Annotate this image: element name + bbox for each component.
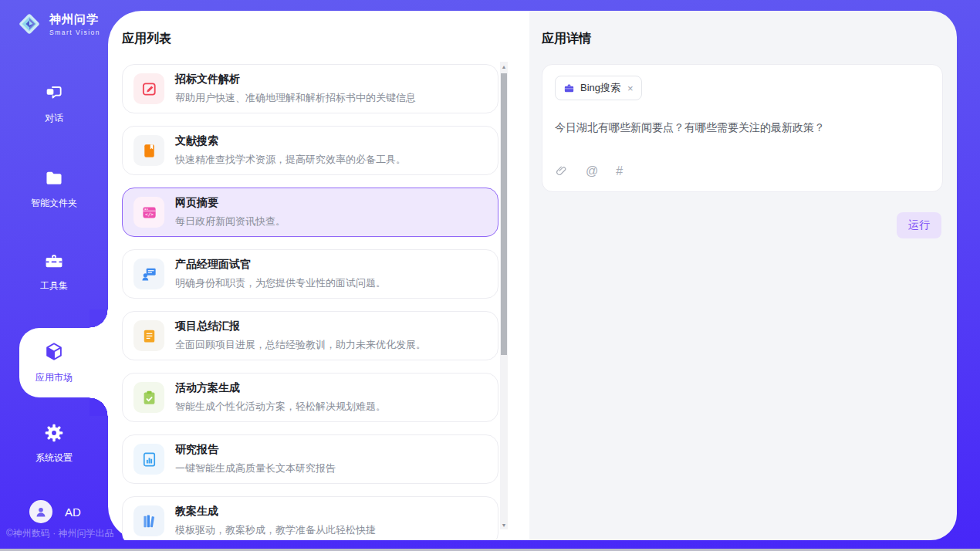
sidebar-item-toolset[interactable]: 工具集 xyxy=(0,241,108,303)
sidebar-item-smart-folders[interactable]: 智能文件夹 xyxy=(0,158,108,220)
memo-icon xyxy=(133,320,164,351)
copyright-text: ©神州数码 · 神州问学出品 xyxy=(6,527,114,540)
user-initials: AD xyxy=(65,505,81,519)
folder-icon xyxy=(44,168,64,191)
app-item-texts: 招标文件解析帮助用户快速、准确地理解和解析招标书中的关键信息 xyxy=(175,73,416,105)
sidebar-item-settings[interactable]: 系统设置 xyxy=(0,413,108,475)
app-item-description: 快速精准查找学术资源，提高研究效率的必备工具。 xyxy=(175,153,406,167)
tool-tag-label: Bing搜索 xyxy=(580,81,620,95)
app-item-title: 项目总结汇报 xyxy=(175,319,426,333)
app-item-description: 模板驱动，教案秒成，教学准备从此轻松快捷 xyxy=(175,523,376,537)
gem-logo-icon xyxy=(15,10,43,38)
app-item-texts: 文献搜索快速精准查找学术资源，提高研究效率的必备工具。 xyxy=(175,134,406,167)
chat-icon xyxy=(44,83,64,106)
at-icon[interactable]: @ xyxy=(586,165,598,177)
briefcase-icon xyxy=(563,83,575,94)
avatar xyxy=(29,500,52,523)
paperclip-icon[interactable] xyxy=(555,164,568,177)
app-list-item[interactable]: </>网页摘要每日政府新闻资讯快查。 xyxy=(122,188,498,237)
sidebar-item-label: 系统设置 xyxy=(35,451,73,465)
app-item-description: 全面回顾项目进展，总结经验教训，助力未来优化发展。 xyxy=(175,338,426,352)
card-toolbar: @# xyxy=(555,164,930,181)
gear-icon xyxy=(44,423,64,446)
app-list-title: 应用列表 xyxy=(122,31,514,47)
app-list-item[interactable]: 活动方案生成智能生成个性化活动方案，轻松解决规划难题。 xyxy=(122,373,498,422)
document-edit-icon xyxy=(133,73,164,104)
sidebar-item-label: 智能文件夹 xyxy=(31,197,77,210)
active-tab-bottom-curve xyxy=(90,397,108,416)
clipboard-check-icon xyxy=(133,382,164,413)
user-account[interactable]: AD xyxy=(29,500,81,523)
app-item-title: 活动方案生成 xyxy=(175,381,386,395)
app-item-title: 研究报告 xyxy=(175,443,336,457)
app-item-description: 智能生成个性化活动方案，轻松解决规划难题。 xyxy=(175,400,386,414)
app-item-texts: 项目总结汇报全面回顾项目进展，总结经验教训，助力未来优化发展。 xyxy=(175,319,426,352)
app-item-texts: 研究报告一键智能生成高质量长文本研究报告 xyxy=(175,443,336,475)
hash-icon[interactable]: # xyxy=(616,165,623,177)
sidebar-item-chat[interactable]: 对话 xyxy=(0,73,108,135)
close-icon[interactable]: × xyxy=(627,83,634,93)
app-item-title: 招标文件解析 xyxy=(175,73,416,86)
app-list-item[interactable]: 招标文件解析帮助用户快速、准确地理解和解析招标书中的关键信息 xyxy=(122,64,498,113)
brand-logo: 神州问学 Smart Vision xyxy=(15,10,100,38)
sidebar: 神州问学 Smart Vision 对话智能文件夹工具集应用市场系统设置 AD … xyxy=(0,0,108,551)
app-item-texts: 活动方案生成智能生成个性化活动方案，轻松解决规划难题。 xyxy=(175,381,386,414)
svg-text:</>: </> xyxy=(144,211,153,216)
scrollbar[interactable]: ▲ ▼ xyxy=(500,62,508,529)
sidebar-item-label: 工具集 xyxy=(40,279,68,292)
cube-icon xyxy=(43,341,65,366)
query-input[interactable]: 今日湖北有哪些新闻要点？有哪些需要关注的最新政策？ xyxy=(555,120,930,136)
app-list-item[interactable]: 项目总结汇报全面回顾项目进展，总结经验教训，助力未来优化发展。 xyxy=(122,311,498,360)
webpage-code-icon: </> xyxy=(133,197,164,228)
app-list-item[interactable]: 教案生成模板驱动，教案秒成，教学准备从此轻松快捷 xyxy=(122,496,498,540)
tool-tag-bing-search[interactable]: Bing搜索 × xyxy=(555,76,642,100)
scroll-down-arrow-icon[interactable]: ▼ xyxy=(500,520,508,529)
prompt-card: Bing搜索 × 今日湖北有哪些新闻要点？有哪些需要关注的最新政策？ @# xyxy=(542,64,943,192)
app-list-panel: 应用列表 招标文件解析帮助用户快速、准确地理解和解析招标书中的关键信息文献搜索快… xyxy=(108,11,529,540)
app-detail-panel: 应用详情 Bing搜索 × 今日湖北有哪些新闻要点？有哪些需要关注的最新政策？ … xyxy=(529,11,957,540)
sidebar-item-app-market[interactable]: 应用市场 xyxy=(0,328,108,397)
app-list-item[interactable]: 文献搜索快速精准查找学术资源，提高研究效率的必备工具。 xyxy=(122,126,498,175)
scrollbar-thumb[interactable] xyxy=(501,73,507,355)
app-item-title: 产品经理面试官 xyxy=(175,258,386,272)
app-item-texts: 网页摘要每日政府新闻资讯快查。 xyxy=(175,196,286,228)
app-list-item[interactable]: 产品经理面试官明确身份和职责，为您提供专业性的面试问题。 xyxy=(122,249,498,299)
scroll-up-arrow-icon[interactable]: ▲ xyxy=(500,62,508,71)
book-icon xyxy=(133,135,164,166)
app-list: 招标文件解析帮助用户快速、准确地理解和解析招标书中的关键信息文献搜索快速精准查找… xyxy=(122,64,498,540)
toolbox-icon xyxy=(44,251,64,274)
app-item-description: 帮助用户快速、准确地理解和解析招标书中的关键信息 xyxy=(175,91,416,105)
app-detail-title: 应用详情 xyxy=(542,31,943,47)
books-icon xyxy=(133,505,164,536)
app-item-title: 教案生成 xyxy=(175,505,376,519)
report-icon xyxy=(133,444,164,475)
brand-name: 神州问学 xyxy=(49,12,100,27)
app-item-description: 明确身份和职责，为您提供专业性的面试问题。 xyxy=(175,276,386,290)
brand-subtitle: Smart Vision xyxy=(49,29,100,36)
sidebar-item-label: 应用市场 xyxy=(35,371,73,384)
active-tab-top-curve xyxy=(90,309,108,328)
main-panel: 应用列表 招标文件解析帮助用户快速、准确地理解和解析招标书中的关键信息文献搜索快… xyxy=(108,11,957,540)
run-button[interactable]: 运行 xyxy=(897,212,941,238)
app-item-title: 文献搜索 xyxy=(175,134,406,148)
app-list-item[interactable]: 研究报告一键智能生成高质量长文本研究报告 xyxy=(122,434,498,484)
app-item-texts: 产品经理面试官明确身份和职责，为您提供专业性的面试问题。 xyxy=(175,258,386,290)
app-item-description: 每日政府新闻资讯快查。 xyxy=(175,215,286,228)
app-item-description: 一键智能生成高质量长文本研究报告 xyxy=(175,461,336,475)
person-icon xyxy=(33,504,49,519)
app-item-title: 网页摘要 xyxy=(175,196,286,210)
app-item-texts: 教案生成模板驱动，教案秒成，教学准备从此轻松快捷 xyxy=(175,505,376,537)
sidebar-item-label: 对话 xyxy=(45,112,63,125)
interviewer-icon xyxy=(133,259,164,289)
